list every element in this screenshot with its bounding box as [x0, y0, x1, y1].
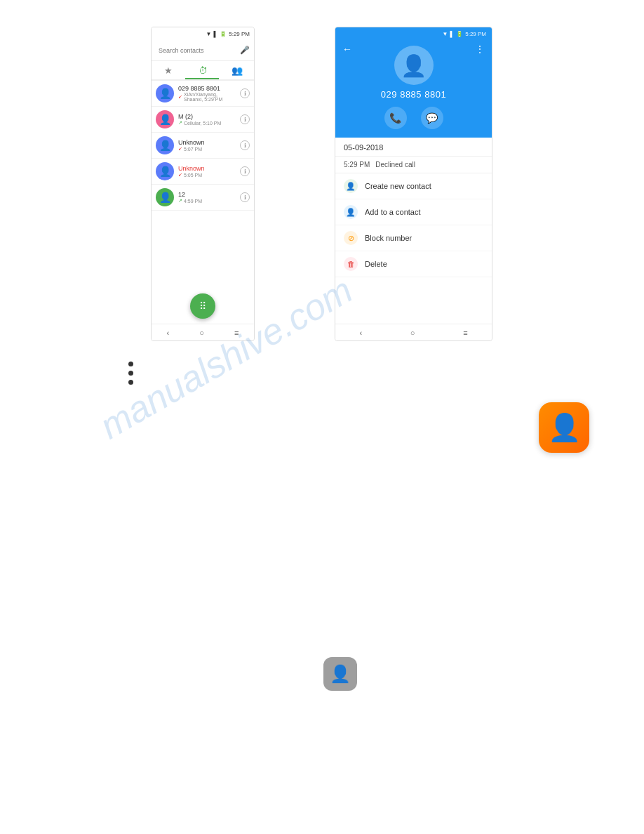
delete-label: Delete — [365, 260, 387, 268]
trash-icon: 🗑 — [347, 260, 355, 268]
call-item-4[interactable]: 👤 Unknown ↙ 5:05 PM ℹ — [152, 159, 254, 185]
outgoing-arrow-5: ↗ — [178, 198, 182, 204]
call-time: 5:29 PM — [344, 161, 370, 168]
call-item-5[interactable]: 👤 12 ↗ 4:59 PM ℹ — [152, 185, 254, 211]
right-wifi-icon: ▼ — [443, 31, 448, 37]
call-sub-3: ↙ 5:07 PM — [178, 146, 236, 152]
phone-icon: 📞 — [389, 112, 401, 124]
call-detail-row: 5:29 PM Declined call — [335, 157, 492, 173]
avatar-4: 👤 — [156, 162, 174, 180]
left-status-bar: ▼ ▌ 🔋 5:29 PM — [152, 27, 254, 40]
person-icon-4: 👤 — [159, 166, 171, 177]
call-detail-3: 5:07 PM — [184, 147, 202, 152]
delete-item[interactable]: 🗑 Delete — [335, 251, 492, 277]
contact-number: 029 8885 8801 — [381, 89, 446, 100]
info-btn-1[interactable]: ℹ — [240, 88, 250, 98]
context-menu: 👤 Create new contact 👤 Add to a contact … — [335, 173, 492, 324]
call-list: 👤 029 8885 8801 ↙ XiAn/Xianyang, Shaanxi… — [152, 81, 254, 289]
person-icon-2: 👤 — [159, 114, 171, 125]
star-icon: ★ — [164, 65, 173, 76]
block-number-label: Block number — [365, 234, 412, 242]
tab-recents[interactable]: ⏱ — [186, 61, 220, 79]
app-icon-large-person: 👤 — [548, 412, 581, 443]
large-person-icon: 👤 — [401, 53, 427, 78]
add-to-contact-label: Add to a contact — [365, 208, 421, 216]
avatar-2: 👤 — [156, 110, 174, 128]
missed-arrow-3: ↙ — [178, 146, 182, 152]
block-icon: ⊘ — [344, 231, 358, 245]
tab-favorites[interactable]: ★ — [152, 61, 186, 79]
create-contact-icon: 👤 — [344, 179, 358, 193]
outgoing-arrow-2: ↗ — [178, 120, 182, 126]
recents-nav-icon[interactable]: ≡ — [234, 329, 239, 337]
wifi-icon: ▼ — [206, 31, 212, 37]
fab-area: ⠿ — [152, 289, 254, 324]
tab-bar: ★ ⏱ 👥 — [152, 61, 254, 81]
right-nav-bar: ‹ ○ ≡ — [335, 324, 492, 340]
avatar-5: 👤 — [156, 188, 174, 206]
clock-icon: ⏱ — [199, 65, 208, 76]
call-detail-1: XiAn/Xianyang, Shaanxi, 5:29 PM — [184, 92, 236, 102]
bullet-dot-2 — [128, 371, 133, 376]
person-add-icon: 👤 — [346, 208, 356, 217]
call-sub-1: ↙ XiAn/Xianyang, Shaanxi, 5:29 PM — [178, 92, 236, 102]
message-icon: 💬 — [426, 112, 438, 124]
status-time: 5:29 PM — [229, 31, 250, 37]
message-action-button[interactable]: 💬 — [421, 107, 443, 129]
right-status-bar: ▼ ▌ 🔋 5:29 PM — [335, 27, 492, 40]
info-btn-3[interactable]: ℹ — [240, 140, 250, 150]
block-number-item[interactable]: ⊘ Block number — [335, 225, 492, 251]
back-arrow-button[interactable]: ← — [342, 44, 352, 55]
info-btn-5[interactable]: ℹ — [240, 192, 250, 202]
create-contact-label: Create new contact — [365, 182, 431, 190]
tab-contacts[interactable]: 👥 — [220, 61, 254, 79]
right-recents-nav-icon[interactable]: ≡ — [463, 329, 467, 337]
call-info-2: M (2) ↗ Cellular, 5:10 PM — [178, 113, 236, 126]
add-to-contact-icon: 👤 — [344, 205, 358, 219]
right-home-nav-icon[interactable]: ○ — [410, 329, 415, 337]
info-btn-4[interactable]: ℹ — [240, 166, 250, 176]
more-options-icon[interactable]: ⋮ — [253, 46, 255, 55]
left-status-icons: ▼ ▌ 🔋 5:29 PM — [206, 31, 250, 37]
detail-section: 05-09-2018 5:29 PM Declined call 👤 Creat… — [335, 138, 492, 324]
app-icon-small[interactable]: 👤 — [323, 657, 357, 691]
call-name-1: 029 8885 8801 — [178, 85, 236, 92]
call-name-5: 12 — [178, 191, 236, 198]
call-sub-4: ↙ 5:05 PM — [178, 172, 236, 178]
call-status: Declined call — [375, 161, 415, 168]
fab-button[interactable]: ⠿ — [190, 293, 215, 319]
battery-icon: 🔋 — [220, 31, 227, 37]
call-info-1: 029 8885 8801 ↙ XiAn/Xianyang, Shaanxi, … — [178, 85, 236, 102]
right-back-nav-icon[interactable]: ‹ — [359, 329, 362, 337]
avatar-1: 👤 — [156, 84, 174, 102]
people-icon: 👥 — [232, 65, 243, 76]
create-contact-item[interactable]: 👤 Create new contact — [335, 173, 492, 199]
call-info-3: Unknown ↙ 5:07 PM — [178, 139, 236, 152]
home-nav-icon[interactable]: ○ — [199, 329, 204, 337]
call-item-1[interactable]: 👤 029 8885 8801 ↙ XiAn/Xianyang, Shaanxi… — [152, 81, 254, 107]
right-battery-icon: 🔋 — [456, 31, 463, 37]
left-phone-screen: ▼ ▌ 🔋 5:29 PM 🎤 ⋮ ★ ⏱ 👥 👤 029 — [151, 27, 255, 341]
delete-icon: 🗑 — [344, 257, 358, 271]
call-name-4: Unknown — [178, 165, 236, 172]
call-item-3[interactable]: 👤 Unknown ↙ 5:07 PM ℹ — [152, 133, 254, 159]
header-more-button[interactable]: ⋮ — [475, 44, 485, 55]
call-item-2[interactable]: 👤 M (2) ↗ Cellular, 5:10 PM ℹ — [152, 107, 254, 133]
person-icon-1: 👤 — [159, 88, 171, 99]
call-name-3: Unknown — [178, 139, 236, 146]
app-icon-large[interactable]: 👤 — [539, 402, 589, 453]
right-status-time: 5:29 PM — [465, 31, 486, 37]
block-circle-icon: ⊘ — [348, 234, 354, 243]
phone-action-button[interactable]: 📞 — [384, 107, 407, 129]
search-input[interactable] — [159, 47, 237, 54]
person-icon-3: 👤 — [159, 140, 171, 151]
person-icon-5: 👤 — [159, 192, 171, 203]
mic-icon[interactable]: 🎤 — [240, 46, 250, 55]
info-btn-2[interactable]: ℹ — [240, 114, 250, 124]
contact-avatar-large: 👤 — [394, 46, 434, 85]
missed-arrow-4: ↙ — [178, 172, 182, 178]
bullet-dots-container — [128, 362, 133, 385]
call-info-4: Unknown ↙ 5:05 PM — [178, 165, 236, 178]
back-nav-icon[interactable]: ‹ — [167, 329, 170, 337]
add-to-contact-item[interactable]: 👤 Add to a contact — [335, 199, 492, 225]
